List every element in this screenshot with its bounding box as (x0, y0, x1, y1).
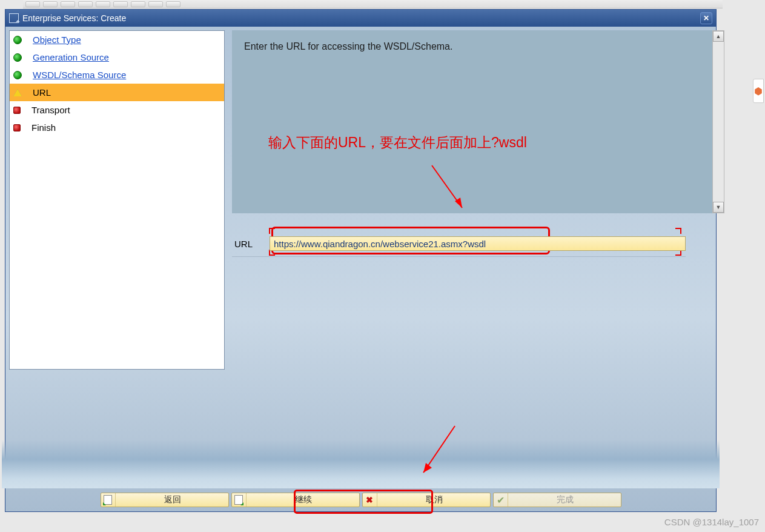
url-input[interactable] (270, 236, 686, 251)
status-pending-icon (13, 107, 21, 114)
status-complete-icon (13, 71, 22, 79)
sidebar-item-wsdl-schema-source[interactable]: WSDL/Schema Source (10, 66, 224, 84)
annotation-arrow-icon (412, 423, 461, 484)
status-complete-icon (13, 53, 22, 62)
dialog-titlebar: Enterprise Services: Create ✕ (5, 10, 716, 27)
annotation-corner-icon (675, 228, 681, 234)
back-button[interactable]: 返回 (101, 493, 229, 507)
annotation-arrow-icon (426, 162, 480, 217)
cancel-icon: ✖ (363, 493, 377, 507)
button-label: 取消 (379, 494, 490, 505)
instruction-panel: Enter the URL for accessing the WSDL/Sch… (232, 30, 712, 213)
sidebar-item-finish[interactable]: Finish (10, 119, 224, 136)
sidebar-item-url[interactable]: URL (10, 84, 224, 101)
sidebar-item-label[interactable]: Object Type (33, 35, 81, 45)
cancel-button[interactable]: ✖ 取消 (362, 493, 491, 507)
sidebar-item-label: Finish (31, 122, 56, 133)
sidebar-item-object-type[interactable]: Object Type (10, 31, 224, 48)
status-current-icon (13, 89, 22, 96)
document-forward-icon (232, 493, 247, 507)
sidebar-item-transport[interactable]: Transport (10, 101, 224, 119)
enterprise-services-dialog: Enterprise Services: Create ✕ Object Typ… (5, 9, 717, 512)
main-area: Object Type Generation Source WSDL/Schem… (9, 30, 712, 490)
sidebar-item-label: URL (33, 87, 51, 98)
button-label: 完成 (509, 494, 621, 505)
divider (232, 256, 686, 257)
continue-button[interactable]: 继续 (231, 493, 360, 507)
status-pending-icon (13, 124, 21, 131)
dialog-title: Enterprise Services: Create (22, 13, 126, 23)
sidebar-item-label[interactable]: Generation Source (33, 52, 109, 62)
sidebar-item-generation-source[interactable]: Generation Source (10, 48, 224, 66)
url-label: URL (234, 239, 253, 249)
wizard-steps-sidebar: Object Type Generation Source WSDL/Schem… (9, 30, 225, 370)
button-bar: 返回 继续 ✖ 取消 ✔ 完成 (9, 490, 712, 510)
side-tab-fragment: ⬢ (753, 79, 764, 103)
dialog-body: Object Type Generation Source WSDL/Schem… (5, 27, 716, 511)
scroll-down-button[interactable]: ▼ (713, 202, 724, 213)
finish-icon: ✔ (494, 493, 508, 507)
close-button[interactable]: ✕ (700, 12, 712, 24)
button-label: 继续 (248, 494, 359, 505)
wizard-content: Enter the URL for accessing the WSDL/Sch… (232, 30, 712, 490)
url-input-wrapper (270, 236, 686, 251)
background-toolbar-fragment (23, 0, 723, 8)
button-label: 返回 (117, 494, 228, 505)
scroll-up-button[interactable]: ▲ (713, 31, 724, 42)
sidebar-item-label[interactable]: WSDL/Schema Source (33, 70, 126, 80)
svg-marker-3 (423, 463, 432, 473)
finish-button: ✔ 完成 (493, 493, 621, 507)
annotation-text: 输入下面的URL，要在文件后面加上?wsdl (268, 133, 527, 152)
instruction-text: Enter the URL for accessing the WSDL/Sch… (244, 41, 452, 52)
vertical-scrollbar[interactable]: ▲ ▼ (712, 30, 724, 213)
sidebar-item-label: Transport (31, 105, 70, 115)
status-complete-icon (13, 36, 22, 44)
url-row: URL (232, 235, 712, 252)
watermark: CSDN @1314lay_1007 (664, 517, 759, 527)
window-icon (9, 13, 19, 23)
annotation-corner-icon (269, 228, 275, 234)
document-back-icon (101, 493, 116, 507)
